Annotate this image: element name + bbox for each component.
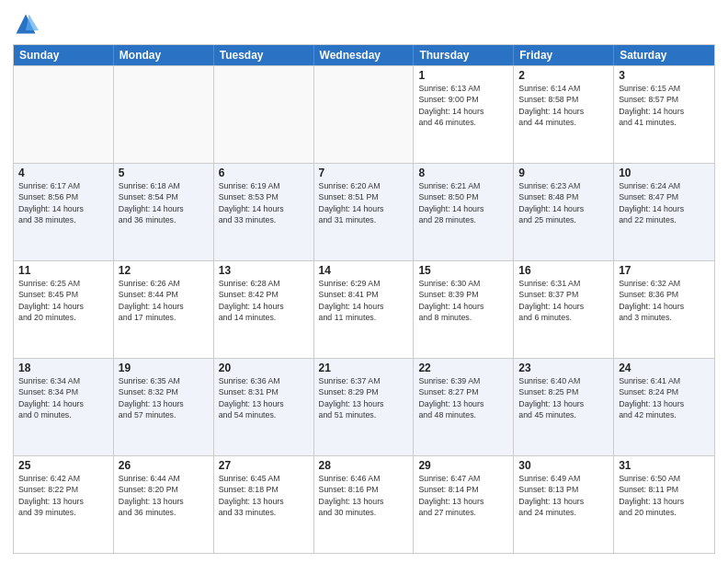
calendar-cell: 10Sunrise: 6:24 AM Sunset: 8:47 PM Dayli…: [614, 164, 714, 260]
calendar-cell: 18Sunrise: 6:34 AM Sunset: 8:34 PM Dayli…: [14, 359, 114, 455]
day-number: 23: [518, 362, 609, 374]
day-info: Sunrise: 6:13 AM Sunset: 9:00 PM Dayligh…: [418, 83, 508, 128]
day-info: Sunrise: 6:35 AM Sunset: 8:32 PM Dayligh…: [119, 375, 209, 420]
calendar-cell: 25Sunrise: 6:42 AM Sunset: 8:22 PM Dayli…: [14, 456, 114, 553]
calendar-header: SundayMondayTuesdayWednesdayThursdayFrid…: [14, 45, 714, 65]
day-info: Sunrise: 6:23 AM Sunset: 8:48 PM Dayligh…: [518, 180, 609, 225]
calendar-cell: 9Sunrise: 6:23 AM Sunset: 8:48 PM Daylig…: [514, 164, 614, 260]
calendar-cell: [14, 66, 114, 163]
day-number: 5: [119, 167, 209, 179]
day-number: 17: [619, 264, 710, 277]
calendar-cell: 23Sunrise: 6:40 AM Sunset: 8:25 PM Dayli…: [514, 359, 614, 455]
day-number: 1: [418, 69, 508, 82]
calendar-cell: 29Sunrise: 6:47 AM Sunset: 8:14 PM Dayli…: [414, 456, 514, 553]
day-number: 12: [119, 264, 209, 277]
calendar-cell: [214, 66, 314, 163]
day-number: 20: [219, 362, 309, 374]
day-info: Sunrise: 6:21 AM Sunset: 8:50 PM Dayligh…: [418, 180, 508, 225]
day-number: 18: [18, 362, 108, 374]
day-info: Sunrise: 6:44 AM Sunset: 8:20 PM Dayligh…: [119, 473, 209, 518]
day-number: 21: [319, 362, 409, 374]
day-info: Sunrise: 6:34 AM Sunset: 8:34 PM Dayligh…: [18, 375, 108, 420]
day-info: Sunrise: 6:31 AM Sunset: 8:37 PM Dayligh…: [518, 278, 609, 323]
day-number: 19: [119, 362, 209, 374]
day-number: 15: [418, 264, 508, 277]
calendar-cell: 8Sunrise: 6:21 AM Sunset: 8:50 PM Daylig…: [414, 164, 514, 260]
logo-icon: [13, 11, 39, 37]
day-info: Sunrise: 6:17 AM Sunset: 8:56 PM Dayligh…: [18, 180, 108, 225]
day-number: 3: [619, 69, 710, 82]
day-number: 24: [619, 362, 710, 374]
day-info: Sunrise: 6:19 AM Sunset: 8:53 PM Dayligh…: [219, 180, 309, 225]
calendar-cell: 7Sunrise: 6:20 AM Sunset: 8:51 PM Daylig…: [314, 164, 415, 260]
day-info: Sunrise: 6:42 AM Sunset: 8:22 PM Dayligh…: [18, 473, 108, 518]
day-info: Sunrise: 6:36 AM Sunset: 8:31 PM Dayligh…: [219, 375, 309, 420]
day-number: 22: [418, 362, 508, 374]
day-number: 8: [418, 167, 508, 179]
day-info: Sunrise: 6:30 AM Sunset: 8:39 PM Dayligh…: [418, 278, 508, 323]
day-info: Sunrise: 6:24 AM Sunset: 8:47 PM Dayligh…: [619, 180, 710, 225]
calendar-cell: 22Sunrise: 6:39 AM Sunset: 8:27 PM Dayli…: [414, 359, 514, 455]
calendar-row: 25Sunrise: 6:42 AM Sunset: 8:22 PM Dayli…: [14, 455, 714, 553]
calendar-cell: 3Sunrise: 6:15 AM Sunset: 8:57 PM Daylig…: [614, 66, 714, 163]
day-number: 14: [319, 264, 409, 277]
day-info: Sunrise: 6:20 AM Sunset: 8:51 PM Dayligh…: [319, 180, 409, 225]
calendar-cell: 5Sunrise: 6:18 AM Sunset: 8:54 PM Daylig…: [114, 164, 214, 260]
svg-marker-1: [26, 15, 39, 31]
day-number: 2: [518, 69, 609, 82]
calendar-cell: 24Sunrise: 6:41 AM Sunset: 8:24 PM Dayli…: [614, 359, 714, 455]
calendar-cell: 12Sunrise: 6:26 AM Sunset: 8:44 PM Dayli…: [114, 261, 214, 358]
calendar: SundayMondayTuesdayWednesdayThursdayFrid…: [13, 44, 715, 554]
calendar-cell: 31Sunrise: 6:50 AM Sunset: 8:11 PM Dayli…: [614, 456, 714, 553]
day-number: 16: [518, 264, 609, 277]
calendar-row: 1Sunrise: 6:13 AM Sunset: 9:00 PM Daylig…: [14, 65, 714, 163]
logo: [13, 11, 40, 37]
day-info: Sunrise: 6:49 AM Sunset: 8:13 PM Dayligh…: [518, 473, 609, 518]
day-number: 10: [619, 167, 710, 179]
calendar-cell: 2Sunrise: 6:14 AM Sunset: 8:58 PM Daylig…: [514, 66, 614, 163]
calendar-cell: 21Sunrise: 6:37 AM Sunset: 8:29 PM Dayli…: [314, 359, 415, 455]
day-info: Sunrise: 6:45 AM Sunset: 8:18 PM Dayligh…: [219, 473, 309, 518]
calendar-cell: 1Sunrise: 6:13 AM Sunset: 9:00 PM Daylig…: [414, 66, 514, 163]
day-info: Sunrise: 6:28 AM Sunset: 8:42 PM Dayligh…: [219, 278, 309, 323]
calendar-cell: 14Sunrise: 6:29 AM Sunset: 8:41 PM Dayli…: [314, 261, 415, 358]
calendar-cell: 17Sunrise: 6:32 AM Sunset: 8:36 PM Dayli…: [614, 261, 714, 358]
day-info: Sunrise: 6:47 AM Sunset: 8:14 PM Dayligh…: [418, 473, 508, 518]
calendar-row: 18Sunrise: 6:34 AM Sunset: 8:34 PM Dayli…: [14, 358, 714, 455]
day-number: 7: [319, 167, 409, 179]
calendar-cell: 4Sunrise: 6:17 AM Sunset: 8:56 PM Daylig…: [14, 164, 114, 260]
calendar-row: 11Sunrise: 6:25 AM Sunset: 8:45 PM Dayli…: [14, 260, 714, 358]
day-info: Sunrise: 6:15 AM Sunset: 8:57 PM Dayligh…: [619, 83, 710, 128]
day-number: 29: [418, 459, 508, 472]
day-info: Sunrise: 6:46 AM Sunset: 8:16 PM Dayligh…: [319, 473, 409, 518]
calendar-cell: [314, 66, 415, 163]
day-info: Sunrise: 6:41 AM Sunset: 8:24 PM Dayligh…: [619, 375, 710, 420]
page: SundayMondayTuesdayWednesdayThursdayFrid…: [0, 0, 728, 563]
day-number: 9: [518, 167, 609, 179]
calendar-cell: 28Sunrise: 6:46 AM Sunset: 8:16 PM Dayli…: [314, 456, 415, 553]
day-info: Sunrise: 6:50 AM Sunset: 8:11 PM Dayligh…: [619, 473, 710, 518]
day-number: 27: [219, 459, 309, 472]
calendar-header-monday: Monday: [114, 45, 214, 65]
day-info: Sunrise: 6:40 AM Sunset: 8:25 PM Dayligh…: [518, 375, 609, 420]
day-info: Sunrise: 6:39 AM Sunset: 8:27 PM Dayligh…: [418, 375, 508, 420]
calendar-header-tuesday: Tuesday: [214, 45, 314, 65]
calendar-header-saturday: Saturday: [614, 45, 714, 65]
calendar-cell: 27Sunrise: 6:45 AM Sunset: 8:18 PM Dayli…: [214, 456, 314, 553]
day-info: Sunrise: 6:37 AM Sunset: 8:29 PM Dayligh…: [319, 375, 409, 420]
calendar-header-sunday: Sunday: [14, 45, 114, 65]
calendar-cell: 20Sunrise: 6:36 AM Sunset: 8:31 PM Dayli…: [214, 359, 314, 455]
day-number: 4: [18, 167, 108, 179]
day-number: 28: [319, 459, 409, 472]
calendar-body: 1Sunrise: 6:13 AM Sunset: 9:00 PM Daylig…: [14, 65, 714, 553]
day-info: Sunrise: 6:18 AM Sunset: 8:54 PM Dayligh…: [119, 180, 209, 225]
calendar-cell: 26Sunrise: 6:44 AM Sunset: 8:20 PM Dayli…: [114, 456, 214, 553]
calendar-cell: 19Sunrise: 6:35 AM Sunset: 8:32 PM Dayli…: [114, 359, 214, 455]
calendar-header-friday: Friday: [514, 45, 614, 65]
calendar-cell: 15Sunrise: 6:30 AM Sunset: 8:39 PM Dayli…: [414, 261, 514, 358]
calendar-cell: 6Sunrise: 6:19 AM Sunset: 8:53 PM Daylig…: [214, 164, 314, 260]
calendar-row: 4Sunrise: 6:17 AM Sunset: 8:56 PM Daylig…: [14, 163, 714, 260]
day-info: Sunrise: 6:25 AM Sunset: 8:45 PM Dayligh…: [18, 278, 108, 323]
day-info: Sunrise: 6:14 AM Sunset: 8:58 PM Dayligh…: [518, 83, 609, 128]
calendar-cell: 16Sunrise: 6:31 AM Sunset: 8:37 PM Dayli…: [514, 261, 614, 358]
